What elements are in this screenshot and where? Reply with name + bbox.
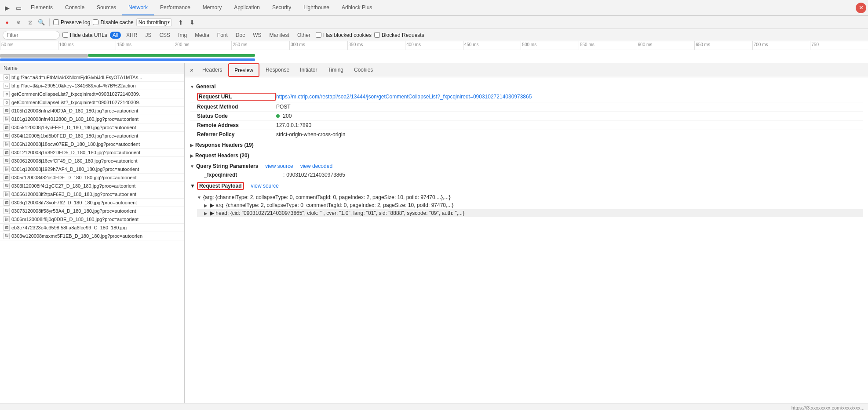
payload-view-source-btn[interactable]: view source [251,183,279,189]
response-headers-section-header[interactable]: ▶ Response Headers (19) [190,139,863,150]
search-btn[interactable]: 🔍 [37,18,46,27]
table-row[interactable]: ⚙getCommentCollapseList?_fxpcqlniredt=09… [0,90,184,98]
table-row[interactable]: 🖼0303q120008if73voF762_D_180_180.jpg?pro… [0,199,184,207]
table-row[interactable]: Gbf.gif?ac=a&d=uFtbMiwidXNlcmFjdGlvbiJdL… [0,73,184,82]
tab-headers[interactable]: Headers [197,63,227,77]
request-method-row: Request Method POST [190,102,863,112]
table-row[interactable]: 🖼03012120008j1a892DED5_D_180_180.jpg?pro… [0,149,184,157]
filter-js-btn[interactable]: JS [142,32,154,39]
payload-line3[interactable]: ▶ ▶ head: {cid: "09031027214030973865", … [197,209,863,217]
request-headers-section-header[interactable]: ▶ Request Headers (20) [190,150,863,160]
timeline-green-track [88,54,255,57]
tab-application[interactable]: Application [228,0,266,15]
timeline-gray-track [0,54,88,58]
filter-doc-btn[interactable]: Doc [233,32,248,39]
tick-200: 200 ms [174,41,232,50]
timeline-blue-track [0,58,255,61]
tab-cookies[interactable]: Cookies [349,63,378,77]
row-filename: 0105h120008nfnzf40D9A_D_180_180.jpg?proc… [11,108,181,113]
export-btn[interactable]: ⬇ [188,18,197,27]
filter-css-btn[interactable]: CSS [157,32,173,39]
filter-manifest-btn[interactable]: Manifest [267,32,292,39]
tab-console[interactable]: Console [59,0,91,15]
filter-img-btn[interactable]: Img [175,32,190,39]
response-headers-label: Response Headers (19) [195,142,254,148]
disable-cache-checkbox[interactable]: Disable cache [93,19,133,25]
preserve-log-checkbox[interactable]: Preserve log [53,19,90,25]
payload-content-3: ▶ head: {cid: "09031027214030973865", ct… [210,210,464,216]
import-btn[interactable]: ⬆ [176,18,185,27]
tab-elements[interactable]: Elements [25,0,59,15]
tick-250: 250 ms [231,41,289,50]
request-payload-section-header[interactable]: ▼ Request Payload view source [190,179,863,192]
tab-response[interactable]: Response [260,63,295,77]
table-row[interactable]: 🖼eb3c7472323e4c3598f58ffa8a6fce99_C_180_… [0,224,184,232]
table-row[interactable]: 🖼03073120008if58yr53A4_D_180_180.jpg?pro… [0,207,184,215]
payload-line1[interactable]: ▼ {arg: {channelType: 2, collapseType: 0… [197,193,863,201]
tab-adblock[interactable]: Adblock Plus [336,0,378,15]
hide-data-urls-input[interactable] [62,32,68,38]
has-blocked-cookies-checkbox[interactable]: Has blocked cookies [316,32,372,38]
tab-performance[interactable]: Performance [154,0,197,15]
throttle-label: No throttling [139,19,167,25]
select-element-btn[interactable]: ▶ [2,3,12,13]
query-string-section-header[interactable]: ▼ Query String Parameters view source vi… [190,160,863,171]
table-row[interactable]: Gbf.gif?ac=tl&pi=290510&key=134168&val=%… [0,82,184,90]
tick-350: 350 ms [347,41,405,50]
hide-data-urls-checkbox[interactable]: Hide data URLs [62,32,107,38]
filter-media-btn[interactable]: Media [192,32,212,39]
table-row[interactable]: 🖼0303l120008if4t1gCC27_D_180_180.jpg?pro… [0,182,184,190]
table-row[interactable]: 🖼0305k120008j18yiiEEE1_D_180_180.jpg?pro… [0,123,184,132]
table-row[interactable]: 🖼0105h120008nfnzf40D9A_D_180_180.jpg?pro… [0,107,184,115]
status-bar: https://i3.xxxxxxxx.com/xxxx/xxx... [0,403,868,410]
import-export-area: ⬆ ⬇ [176,18,197,27]
disable-cache-input[interactable] [93,19,98,25]
table-row[interactable]: 🖼0305r120008if82cs0FDF_D_180_180.jpg?pro… [0,174,184,182]
table-row[interactable]: 🖼0303w120008msxmx5F1EB_D_180_180.jpg?pro… [0,232,184,240]
tab-sources[interactable]: Sources [91,0,122,15]
hide-data-urls-label: Hide data URLs [70,32,107,38]
blocked-requests-checkbox[interactable]: Blocked Requests [374,32,424,38]
throttle-select[interactable]: No throttling ▾ [136,18,172,26]
filter-other-btn[interactable]: Other [295,32,313,39]
has-blocked-cookies-input[interactable] [316,32,321,38]
record-btn[interactable]: ● [3,18,11,27]
query-view-decoded-btn[interactable]: view decoded [300,163,332,169]
tab-network[interactable]: Network [122,0,154,15]
tab-preview[interactable]: Preview [228,63,259,77]
device-toolbar-btn[interactable]: ▭ [13,3,24,13]
filter-all-btn[interactable]: All [110,32,121,39]
stop-recording-btn[interactable]: ⊘ [14,18,23,27]
remote-address-row: Remote Address 127.0.0.1:7890 [190,121,863,130]
table-row[interactable]: 🖼0301q120008j1929h7AF4_D_180_180.jpg?pro… [0,165,184,174]
payload-line2[interactable]: ▶ ▶ arg: {channelType: 2, collapseType: … [197,201,863,209]
tab-initiator[interactable]: Initiator [295,63,322,77]
general-section-header[interactable]: ▼ General [190,81,863,91]
filter-input[interactable] [3,31,60,40]
request-url-link[interactable]: https://m.ctrip.com/restapi/soa2/13444/j… [276,94,532,100]
table-row[interactable]: 🖼0101g120008nfn4012800_D_180_180.jpg?pro… [0,115,184,123]
table-row[interactable]: ⚙getCommentCollapseList?_fxpcqlniredt=09… [0,98,184,107]
status-code-row: Status Code 200 [190,112,863,121]
close-detail-btn[interactable]: × [186,65,197,76]
preserve-log-input[interactable] [53,19,59,25]
table-row[interactable]: 🖼0304i120008j1bd5b0FED_D_180_180.jpg?pro… [0,132,184,140]
filter-font-btn[interactable]: Font [215,32,230,39]
table-row[interactable]: 🖼03006120008j16cvfCF49_D_180_180.jpg?pro… [0,157,184,165]
table-row[interactable]: 🖼0306m120008if8j0q0DBE_D_180_180.jpg?pro… [0,215,184,224]
blocked-requests-input[interactable] [374,32,380,38]
filter-xhr-btn[interactable]: XHR [124,32,140,39]
tab-timing[interactable]: Timing [322,63,349,77]
tab-security[interactable]: Security [266,0,297,15]
referrer-policy-label: Referrer Policy [197,131,276,138]
row-filename: 0301q120008j1929h7AF4_D_180_180.jpg?proc… [11,167,181,172]
tab-memory[interactable]: Memory [197,0,228,15]
main-tab-bar: Elements Console Sources Network Perform… [25,0,855,15]
table-row[interactable]: 🖼0306h120008j18ocw07EE_D_180_180.jpg?pro… [0,140,184,149]
query-view-source-btn[interactable]: view source [265,163,293,169]
table-row[interactable]: 🖼03056120008if2tpaF6E3_D_180_180.jpg?pro… [0,190,184,199]
filter-ws-btn[interactable]: WS [250,32,264,39]
filter-icon-btn[interactable]: ⧖ [26,18,34,27]
devtools-close-btn[interactable]: ✕ [856,3,866,13]
tab-lighthouse[interactable]: Lighthouse [297,0,336,15]
